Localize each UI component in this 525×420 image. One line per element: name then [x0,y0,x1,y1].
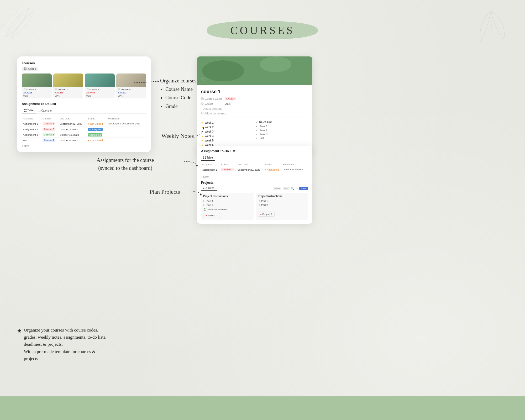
project-1-part1: Part 1 [203,199,251,203]
add-property-btn[interactable]: + Add a property [201,107,308,110]
svg-rect-2 [24,67,25,69]
b-col-due: Due Date [237,162,264,167]
project-1-part2: Part 2 [203,203,251,207]
svg-rect-3 [25,67,27,69]
leaf-decoration-top-left [0,0,50,50]
col-name: As Name [22,116,41,121]
course-2-name: ♡ course 2 [55,88,82,91]
assignment-reminder [106,132,146,138]
table-tab-icon [24,109,27,112]
assignment-reminder [106,127,146,132]
assignment-name: Test 1 [22,138,41,143]
course-4-name: ♡ course 4 [118,88,145,91]
svg-marker-29 [158,81,159,82]
bottom-add-new[interactable]: + New [201,175,308,178]
callout-line2: grades, weekly notes, assignments, to-do… [24,334,106,341]
week-2[interactable]: ★ Week 2 [201,125,254,129]
header-section: COURSES [197,21,328,37]
sort-button[interactable]: Sort [283,187,290,190]
projects-current-tab[interactable]: ★ current + [201,186,217,191]
projects-grid: Project Instructions Part 1 Part 2 Brain… [201,193,308,220]
assignment-course: Course 4 [41,138,59,143]
week-4[interactable]: ★ Week 4 [201,134,254,138]
doc-icon [203,200,205,202]
tab-table[interactable]: Table [22,108,36,113]
more-options-icon[interactable]: ··· [296,187,298,190]
projects-tabs: ★ current + Filter Sort 🔍 ··· New [201,186,308,191]
assignment-due: October 5, 2023 [59,138,87,143]
project-2-link[interactable]: ● Project 2 [258,212,275,217]
add-comment-btn[interactable]: Add a comment... [201,112,308,115]
todo-list-label: To-Do List [259,120,272,123]
todo-item-4: List [260,136,308,140]
course-code-value: XXX123 [225,97,236,100]
week-1[interactable]: ★ Week 1 [201,120,254,125]
col-status: Status [87,116,106,121]
tab-calendar[interactable]: Calendar [36,108,54,113]
semester-tag: Sem 1 [22,67,38,71]
assignment-course: Course 1 [41,121,59,127]
filter-button[interactable]: Filter [273,187,281,190]
course-2-code: XXX456 [55,91,82,94]
assignment-reminder [106,138,146,143]
grade-row: A Grade 90% [201,102,308,105]
course-3-code: XXX456 [86,91,113,94]
assignment-todo-title: Assignment To-Do List [201,149,308,153]
svg-rect-7 [25,109,27,110]
svg-rect-22 [205,158,206,159]
assignment-status: ● Not Started [87,138,106,143]
b-assignment-status: ● Not Started [264,167,282,172]
b-assignment-reminder: Don't forget to resea... [282,167,308,172]
new-project-button[interactable]: New [299,187,308,190]
add-new-button[interactable]: + New [22,145,146,148]
assignment-due: September 22, 2023 [59,121,87,127]
svg-point-26 [204,210,206,211]
callout-line1: Organize your courses with course codes, [24,327,106,334]
course-card-4[interactable]: ♡ course 4 XXX023 90% [116,74,146,98]
bottom-right-panel: Assignment To-Do List Table As Name Cour… [197,146,312,224]
projects-controls: Filter Sort 🔍 ··· New [273,187,308,190]
callout-line3: deadlines, & projects. [24,341,106,348]
search-icon[interactable]: 🔍 [291,187,294,190]
course-card-3[interactable]: ♡ course 3 XXX456 90% [85,74,115,98]
course-2-grade: 90% [55,94,82,97]
bottom-callout: ★ Organize your courses with course code… [17,327,106,362]
code-icon [201,97,204,100]
assignment-status: ● Not Started [87,121,106,127]
callout-plan-projects: Plan Projects [150,188,180,195]
project-2-part1: Part 1 [258,199,306,203]
project-card-2: Project Instructions Part 1 Part 2 ● Pro… [256,193,308,220]
svg-point-18 [201,112,203,114]
svg-rect-13 [201,98,203,100]
course-detail-panel: ♡ course 1 Course Code XXX123 A Grade 90… [197,56,312,155]
week-5[interactable]: ★ Week 5 [201,138,254,143]
course-1-code: XXX123 [23,91,50,94]
todo-tabs: Table Calendar [22,108,146,114]
week-3[interactable]: ★ Week 3 [201,129,254,134]
page-wrapper: COURSES courses Sem 1 ♡ course 1 XXX123 … [0,0,525,420]
assignment-course: Course 3 [41,132,59,138]
todo-item-2: Task 2... [260,128,308,132]
svg-rect-5 [25,69,27,70]
svg-line-0 [5,8,29,37]
b-col-reminders: Reminders [282,162,308,167]
svg-rect-27 [258,200,260,202]
b-col-name: As Name [201,162,220,167]
todo-right-list: Task 1... Task 2... Task 3... List [256,124,308,140]
course-4-grade: 90% [118,94,145,97]
grade-value: 90% [225,102,230,105]
project-1-link[interactable]: ● Project 1 [203,213,220,218]
table-icon-small [203,156,206,159]
svg-point-25 [204,208,206,209]
heart-icon: ♡ [201,77,205,83]
projects-title: Projects [201,181,308,185]
col-due: Due Date [59,116,87,121]
course-card-2[interactable]: ♡ course 2 XXX456 90% [53,74,83,98]
svg-rect-19 [203,156,204,158]
table-row: Assignment 2 Course 2 October 3, 2023 In… [22,127,146,132]
course-card-1[interactable]: ♡ course 1 XXX123 90% [22,74,52,98]
calendar-tab-icon [38,109,40,112]
course-3-grade: 90% [86,94,113,97]
course-3-name: ♡ course 3 [86,88,113,91]
table-row: Assignment 1 Course 1 September 22, 2023… [201,167,308,172]
